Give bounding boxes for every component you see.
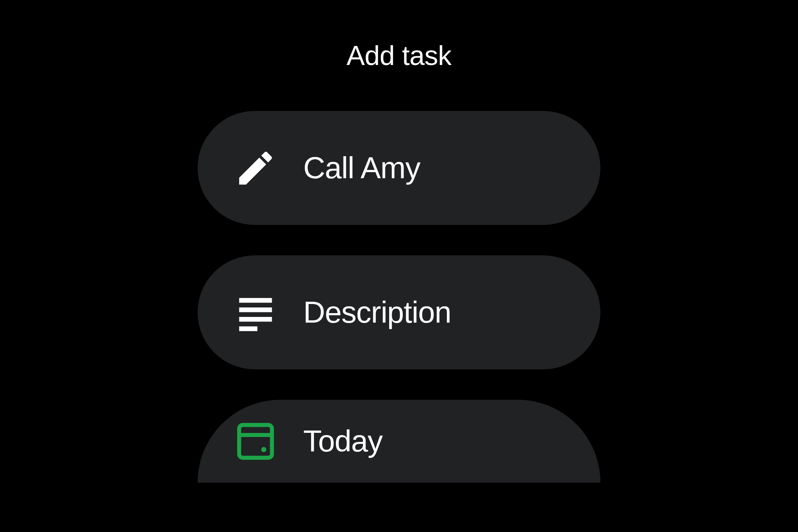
page-title: Add task xyxy=(347,40,451,71)
task-title-label: Call Amy xyxy=(303,150,420,185)
task-date-item[interactable]: Today xyxy=(198,400,600,483)
add-task-screen: Add task Call Amy Description xyxy=(0,0,798,483)
pencil-icon xyxy=(234,146,277,190)
svg-rect-1 xyxy=(239,307,272,312)
svg-rect-0 xyxy=(239,298,272,302)
task-title-item[interactable]: Call Amy xyxy=(198,111,600,225)
task-description-label: Description xyxy=(303,295,451,330)
task-options-list: Call Amy Description xyxy=(198,111,600,483)
task-description-item[interactable]: Description xyxy=(198,255,600,369)
notes-icon xyxy=(234,291,277,334)
calendar-today-icon xyxy=(234,420,277,463)
task-date-label: Today xyxy=(303,424,382,459)
svg-point-6 xyxy=(261,447,266,452)
svg-rect-3 xyxy=(239,326,257,331)
svg-rect-2 xyxy=(239,317,272,321)
svg-rect-4 xyxy=(239,425,272,458)
